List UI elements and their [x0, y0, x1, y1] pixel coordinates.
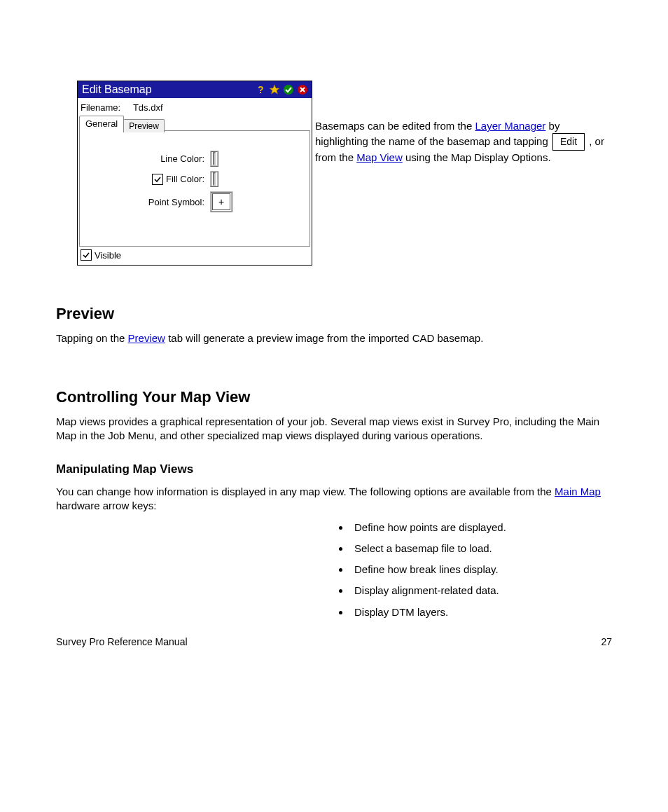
- point-symbol-label: Point Symbol:: [85, 197, 210, 207]
- list-item: Define how points are displayed.: [350, 521, 612, 535]
- edit-button-inline[interactable]: Edit: [552, 133, 585, 151]
- visible-label: Visible: [95, 250, 121, 261]
- heading-manipulating-map: Manipulating Map Views: [56, 462, 612, 476]
- link-main-map[interactable]: Main Map: [555, 486, 601, 497]
- dialog-title: Edit Basemap: [82, 83, 253, 96]
- visible-row: Visible: [79, 247, 310, 263]
- preview-paragraph: Tapping on the Preview tab will generate…: [56, 331, 612, 345]
- fill-color-checkbox[interactable]: [152, 174, 163, 185]
- star-icon[interactable]: [268, 83, 281, 96]
- filename-row: Filename: Tds.dxf: [79, 99, 310, 116]
- svg-marker-1: [270, 85, 279, 94]
- list-item: Display DTM layers.: [350, 605, 612, 619]
- lead-paragraph: Basemaps can be edited from the Layer Ma…: [315, 119, 612, 165]
- tab-preview[interactable]: Preview: [123, 119, 165, 132]
- point-symbol-row: Point Symbol: +: [85, 191, 304, 212]
- bullet-list: Define how points are displayed. Select …: [56, 521, 612, 619]
- link-map-view[interactable]: Map View: [356, 151, 403, 163]
- point-symbol-picker[interactable]: +: [210, 191, 232, 212]
- manipulating-map-paragraph: You can change how information is displa…: [56, 485, 612, 514]
- filename-label: Filename:: [81, 102, 120, 113]
- svg-text:?: ?: [258, 84, 264, 95]
- list-item: Display alignment-related data.: [350, 584, 612, 598]
- heading-controlling-map: Controlling Your Map View: [56, 388, 612, 406]
- svg-point-2: [284, 85, 293, 95]
- link-layer-manager[interactable]: Layer Manager: [475, 120, 545, 132]
- line-color-label: Line Color:: [85, 153, 210, 164]
- tab-general[interactable]: General: [79, 116, 124, 131]
- heading-preview: Preview: [56, 305, 612, 323]
- controlling-map-paragraph: Map views provides a graphical represent…: [56, 415, 612, 443]
- footer-right: 27: [601, 636, 612, 647]
- list-item: Define how break lines display.: [350, 563, 612, 577]
- ok-icon[interactable]: [282, 83, 295, 96]
- visible-checkbox[interactable]: [81, 249, 92, 261]
- tab-panel-general: Line Color: Fill Color:: [79, 130, 310, 247]
- line-color-swatch[interactable]: [210, 151, 218, 167]
- help-icon[interactable]: ?: [254, 83, 267, 96]
- close-icon[interactable]: [296, 83, 309, 96]
- dialog-titlebar[interactable]: Edit Basemap ?: [78, 81, 312, 98]
- fill-color-row: Fill Color:: [85, 171, 304, 187]
- line-color-row: Line Color:: [85, 151, 304, 167]
- fill-color-label: Fill Color:: [166, 174, 204, 184]
- tabstrip: General Preview: [79, 116, 310, 131]
- link-preview-tab[interactable]: Preview: [128, 332, 165, 344]
- fill-color-swatch[interactable]: [210, 171, 218, 187]
- list-item: Select a basemap file to load.: [350, 542, 612, 556]
- footer-left: Survey Pro Reference Manual: [56, 636, 188, 647]
- edit-basemap-dialog: Edit Basemap ? Filename: Tds.dxf General: [77, 81, 312, 266]
- filename-value: Tds.dxf: [133, 102, 163, 113]
